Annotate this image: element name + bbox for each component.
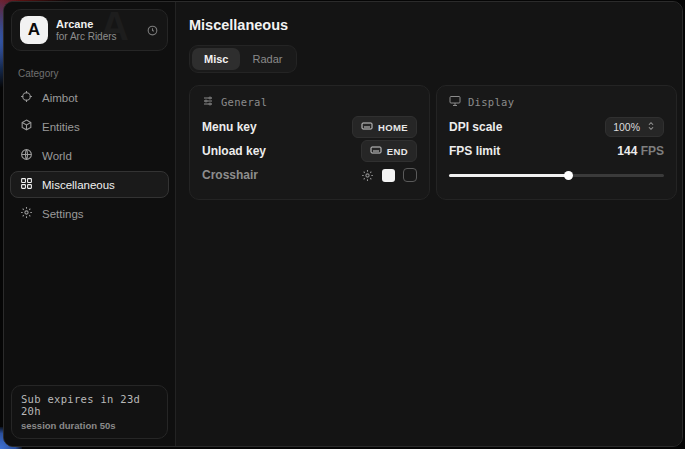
unload-key-label: Unload key — [202, 144, 266, 158]
menu-key-bind-button[interactable]: HOME — [352, 116, 417, 138]
sidebar-item-label: Aimbot — [42, 92, 78, 104]
display-card-header: Display — [449, 95, 664, 109]
sidebar-item-label: World — [42, 150, 72, 162]
dpi-scale-label: DPI scale — [449, 120, 502, 134]
fps-unit: FPS — [641, 144, 664, 158]
general-card: General Menu key HOME Unload key — [189, 85, 430, 200]
general-card-title: General — [221, 96, 267, 108]
menu-key-row: Menu key HOME — [202, 115, 417, 139]
sidebar-nav: Aimbot Entities World — [4, 83, 175, 228]
fps-slider-fill — [449, 174, 569, 177]
keyboard-icon — [370, 144, 382, 158]
fps-slider-thumb[interactable] — [564, 171, 573, 180]
tab-misc[interactable]: Misc — [192, 48, 240, 70]
refresh-icon[interactable] — [146, 24, 159, 37]
tab-radar[interactable]: Radar — [240, 48, 294, 70]
cards-row: General Menu key HOME Unload key — [189, 85, 677, 200]
chevrons-up-down-icon — [646, 121, 656, 133]
session-duration-text: session duration 50s — [21, 420, 158, 431]
sidebar-item-settings[interactable]: Settings — [10, 200, 169, 227]
sidebar-item-entities[interactable]: Entities — [10, 113, 169, 140]
fps-number: 144 — [617, 144, 637, 158]
sidebar-item-world[interactable]: World — [10, 142, 169, 169]
keyboard-icon — [361, 120, 373, 134]
display-card-title: Display — [468, 96, 514, 108]
sidebar-item-miscellaneous[interactable]: Miscellaneous — [10, 171, 169, 198]
brand-title: Arcane — [56, 18, 138, 31]
menu-key-label: Menu key — [202, 120, 257, 134]
fps-limit-row: FPS limit 144 FPS — [449, 139, 664, 163]
sidebar-item-label: Settings — [42, 208, 84, 220]
unload-key-value: END — [387, 146, 408, 157]
fps-limit-slider[interactable] — [449, 169, 664, 181]
dpi-scale-value: 100% — [613, 121, 640, 133]
crosshair-label: Crosshair — [202, 168, 258, 182]
sidebar-item-label: Miscellaneous — [42, 179, 115, 191]
sidebar: A A Arcane for Arc Riders Category A — [4, 2, 176, 446]
subscription-info-card: Sub expires in 23d 20h session duration … — [11, 385, 168, 439]
category-label: Category — [18, 68, 175, 79]
crosshair-checkbox[interactable] — [403, 168, 417, 182]
brand-card: A A Arcane for Arc Riders — [11, 9, 168, 51]
dpi-scale-row: DPI scale 100% — [449, 115, 664, 139]
crosshair-color-swatch[interactable] — [382, 169, 395, 182]
unload-key-bind-button[interactable]: END — [361, 140, 417, 162]
fps-limit-value: 144 FPS — [617, 144, 664, 158]
monitor-icon — [449, 95, 461, 109]
sliders-icon — [202, 95, 214, 109]
crosshair-row: Crosshair — [202, 163, 417, 187]
crosshair-icon — [20, 90, 33, 105]
sidebar-item-label: Entities — [42, 121, 80, 133]
app-window: A A Arcane for Arc Riders Category A — [3, 1, 683, 447]
tab-bar: Misc Radar — [189, 45, 297, 73]
entities-icon — [20, 119, 33, 134]
menu-key-value: HOME — [378, 122, 408, 133]
dpi-scale-select[interactable]: 100% — [605, 117, 664, 137]
brand-text: Arcane for Arc Riders — [56, 18, 138, 42]
page-title: Miscellaneous — [189, 17, 677, 33]
display-card: Display DPI scale 100% FPS limit — [436, 85, 677, 200]
brand-subtitle: for Arc Riders — [56, 31, 138, 43]
general-card-header: General — [202, 95, 417, 109]
fps-limit-label: FPS limit — [449, 144, 500, 158]
sidebar-item-aimbot[interactable]: Aimbot — [10, 84, 169, 111]
unload-key-row: Unload key END — [202, 139, 417, 163]
crosshair-controls — [361, 168, 417, 182]
main-content: Miscellaneous Misc Radar General — [176, 2, 683, 446]
sub-expires-text: Sub expires in 23d 20h — [21, 393, 158, 417]
crosshair-settings-gear-icon[interactable] — [361, 169, 374, 182]
grid-icon — [20, 177, 33, 192]
gear-icon — [20, 206, 33, 221]
globe-icon — [20, 148, 33, 163]
brand-logo: A — [20, 16, 48, 44]
